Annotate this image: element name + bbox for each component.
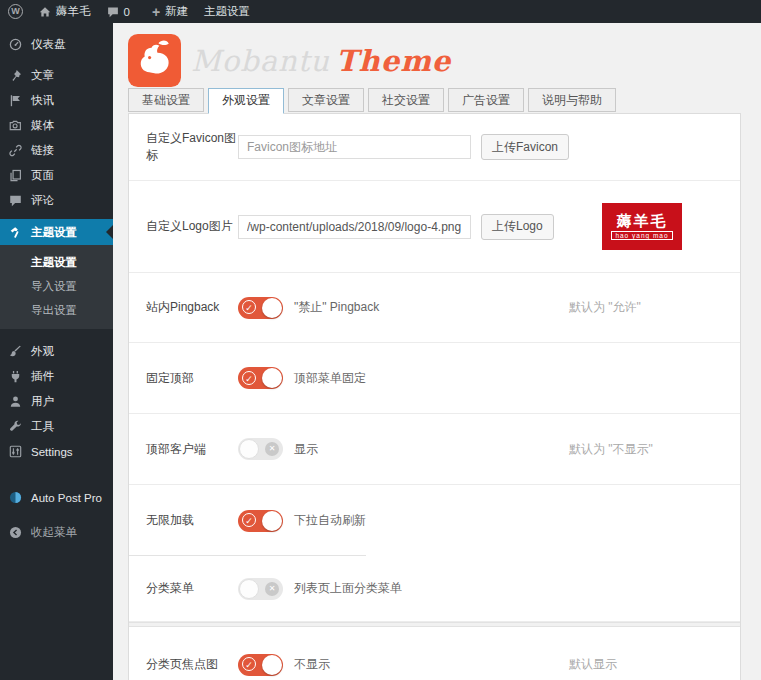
sidebar-item-tools[interactable]: 工具 <box>0 414 113 439</box>
x-icon: ✕ <box>265 442 279 456</box>
flag-icon <box>9 94 22 107</box>
setting-row-logo: 自定义Logo图片 上传Logo 薅羊毛 hao yang mao <box>129 181 740 273</box>
toggle-description: 列表页上面分类菜单 <box>294 580 402 597</box>
toggle-description: 顶部菜单固定 <box>294 370 366 387</box>
sidebar-item-label: 收起菜单 <box>31 525 77 540</box>
wordpress-menu[interactable]: W <box>0 0 31 23</box>
tab-post-settings[interactable]: 文章设置 <box>288 88 364 112</box>
sidebar-item-label: 链接 <box>31 143 54 158</box>
sidebar-item-news[interactable]: 快讯 <box>0 88 113 113</box>
pingback-toggle[interactable]: ✓ <box>238 297 283 319</box>
upload-logo-button[interactable]: 上传Logo <box>481 214 554 240</box>
sidebar-item-settings[interactable]: Settings <box>0 439 113 464</box>
sidebar-item-label: 插件 <box>31 369 54 384</box>
tab-social-settings[interactable]: 社交设置 <box>368 88 444 112</box>
tab-appearance-settings[interactable]: 外观设置 <box>208 88 284 114</box>
setting-label: 分类页焦点图 <box>146 656 238 673</box>
infinite-scroll-toggle[interactable]: ✓ <box>238 510 283 532</box>
category-focus-toggle[interactable]: ✓ <box>238 654 283 676</box>
logo-url-input[interactable] <box>238 215 471 239</box>
sidebar-item-theme-settings[interactable]: 主题设置 <box>0 219 113 245</box>
setting-label: 顶部客户端 <box>146 441 238 458</box>
tab-help[interactable]: 说明与帮助 <box>528 88 616 112</box>
link-icon <box>9 144 22 157</box>
comment-icon <box>9 194 22 207</box>
sidebar-item-media[interactable]: 媒体 <box>0 113 113 138</box>
tab-basic-settings[interactable]: 基础设置 <box>128 88 204 112</box>
toggle-description: "禁止" Pingback <box>294 299 379 316</box>
comments-shortcut[interactable]: 0 <box>99 0 138 23</box>
upload-favicon-button[interactable]: 上传Favicon <box>481 134 569 160</box>
toggle-knob <box>239 579 259 599</box>
toggle-knob <box>239 439 259 459</box>
sidebar-item-links[interactable]: 链接 <box>0 138 113 163</box>
header-client-toggle[interactable]: ✕ <box>238 438 283 460</box>
home-icon <box>39 6 51 18</box>
toggle-knob <box>262 655 282 675</box>
sidebar-item-label: Settings <box>31 446 73 458</box>
favicon-url-input[interactable] <box>238 135 471 159</box>
sidebar-item-collapse-menu[interactable]: 收起菜单 <box>0 520 113 545</box>
new-label: 新建 <box>165 4 188 19</box>
sidebar-item-label: Auto Post Pro <box>31 492 102 504</box>
submenu-item-import-settings[interactable]: 导入设置 <box>0 274 113 298</box>
sidebar-item-comments[interactable]: 评论 <box>0 188 113 213</box>
check-icon: ✓ <box>242 300 256 314</box>
sidebar-item-label: 外观 <box>31 344 54 359</box>
setting-label: 自定义Favicon图标 <box>146 130 238 164</box>
camera-icon <box>9 119 22 132</box>
sidebar-item-plugins[interactable]: 插件 <box>0 364 113 389</box>
comments-count: 0 <box>124 6 130 18</box>
sidebar-item-label: 媒体 <box>31 118 54 133</box>
setting-label: 固定顶部 <box>146 370 238 387</box>
sidebar-item-auto-post-pro[interactable]: Auto Post Pro <box>0 485 113 510</box>
setting-row-header-client: 顶部客户端 ✕ 显示 默认为 "不显示" <box>129 414 740 485</box>
site-link[interactable]: 薅羊毛 <box>31 0 99 23</box>
brush-icon <box>9 345 22 358</box>
toggle-knob <box>262 368 282 388</box>
submenu-item-theme-settings[interactable]: 主题设置 <box>0 250 113 274</box>
category-menu-toggle[interactable]: ✕ <box>238 578 283 600</box>
setting-row-category-menu: 分类菜单 ✕ 列表页上面分类菜单 <box>129 556 740 622</box>
submenu-item-export-settings[interactable]: 导出设置 <box>0 298 113 322</box>
logo-preview-pinyin: hao yang mao <box>611 231 672 240</box>
toggle-description: 不显示 <box>294 656 330 673</box>
user-icon <box>9 395 22 408</box>
setting-label: 自定义Logo图片 <box>146 218 238 235</box>
default-hint: 默认为 "允许" <box>569 299 641 316</box>
new-content-menu[interactable]: + 新建 <box>144 0 196 23</box>
sidebar-item-dashboard[interactable]: 仪表盘 <box>0 32 113 57</box>
sidebar-item-pages[interactable]: 页面 <box>0 163 113 188</box>
sidebar-item-appearance[interactable]: 外观 <box>0 339 113 364</box>
dashboard-icon <box>9 38 22 51</box>
setting-row-infinite-scroll: 无限加载 ✓ 下拉自动刷新 <box>129 485 740 556</box>
default-hint: 默认显示 <box>569 656 617 673</box>
toggle-knob <box>262 511 282 531</box>
sidebar-item-label: 快讯 <box>31 93 54 108</box>
sidebar-item-posts[interactable]: 文章 <box>0 63 113 88</box>
check-icon: ✓ <box>242 513 256 527</box>
auto-post-pro-icon <box>9 491 22 504</box>
sliders-icon <box>9 445 22 458</box>
pages-icon <box>9 169 22 182</box>
check-icon: ✓ <box>242 657 256 671</box>
wrench-icon <box>9 420 22 433</box>
fixed-header-toggle[interactable]: ✓ <box>238 367 283 389</box>
sidebar-item-label: 工具 <box>31 419 54 434</box>
brand-word-mobantu: Mobantu <box>191 44 330 78</box>
admin-bar: W 薅羊毛 0 + 新建 主题设置 <box>0 0 761 23</box>
site-name: 薅羊毛 <box>56 4 91 19</box>
sidebar-item-users[interactable]: 用户 <box>0 389 113 414</box>
comment-icon <box>107 6 119 18</box>
logo-preview-image: 薅羊毛 hao yang mao <box>602 203 682 250</box>
admin-content: MobantuTheme 基础设置 外观设置 文章设置 社交设置 广告设置 说明… <box>113 23 761 680</box>
logo-preview-chinese: 薅羊毛 <box>617 213 668 230</box>
admin-sidebar: 仪表盘 文章 快讯 媒体 链接 页面 评论 <box>0 23 113 680</box>
theme-brand: MobantuTheme <box>128 34 451 87</box>
sidebar-item-label: 主题设置 <box>31 225 77 240</box>
toggle-knob <box>262 298 282 318</box>
tab-ad-settings[interactable]: 广告设置 <box>448 88 524 112</box>
settings-panel: 自定义Favicon图标 上传Favicon 自定义Logo图片 上传Logo … <box>128 113 741 680</box>
x-icon: ✕ <box>265 582 279 596</box>
theme-settings-shortcut[interactable]: 主题设置 <box>196 0 258 23</box>
